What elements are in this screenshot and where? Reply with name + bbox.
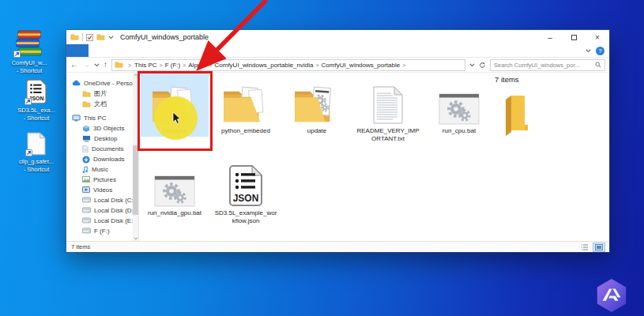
ai-watermark-logo (593, 277, 630, 314)
sidebar-item[interactable]: 图片 (66, 88, 138, 99)
json-icon: JSON (228, 164, 263, 207)
file-label: README_VERY_IMPORTANT.txt (356, 127, 420, 143)
file-row: run_nvidia_gpu.bat JSON SD3.5L_example_w… (141, 156, 280, 227)
ribbon-tab[interactable] (66, 44, 89, 57)
window-title: ComfyUI_windows_portable (120, 33, 209, 41)
cloud-icon (72, 80, 81, 86)
file-item[interactable]: update (283, 73, 351, 137)
status-bar: 7 items (66, 241, 609, 252)
shortcut-arrow-icon (25, 149, 32, 156)
disk-icon (82, 197, 91, 203)
sidebar-item[interactable]: Videos (66, 185, 138, 195)
breadcrumb-item[interactable]: F (F:) > (165, 62, 189, 69)
breadcrumb-item[interactable]: ComfyUI_windows_portable_nvidia > (215, 62, 322, 69)
ribbon-tab[interactable] (123, 44, 141, 57)
breadcrumb: This PC > F (F:) > Alpure > ComfyUI_wind… (134, 62, 408, 69)
txt-icon (372, 85, 404, 125)
up-button[interactable]: ↑ (104, 61, 107, 69)
bat-icon (154, 175, 195, 207)
cube-icon (82, 125, 90, 133)
sidebar-item[interactable]: Pictures (66, 175, 138, 185)
folder-gear-icon (292, 84, 341, 125)
sidebar-scrollbar-thumb[interactable] (133, 145, 138, 215)
ribbon-tab[interactable] (106, 44, 123, 57)
sidebar-item[interactable]: 文档 (66, 99, 138, 109)
sidebar-item[interactable]: Music (66, 164, 138, 175)
file-label: update (307, 127, 326, 135)
sidebar-item[interactable]: Local Disk (D:) (66, 205, 138, 216)
sidebar-item[interactable]: Local Disk (E:) (66, 216, 138, 226)
customize-toolbar-chevron-icon[interactable] (108, 36, 114, 39)
pc-icon (72, 115, 81, 122)
disk-icon (82, 207, 91, 213)
sidebar-item[interactable]: F (F:) (66, 226, 138, 236)
file-label: SD3.5L_example_workflow.json (213, 209, 278, 225)
recent-locations-chevron-icon[interactable] (94, 63, 100, 66)
ribbon-tab[interactable] (89, 44, 106, 57)
video-icon (82, 186, 90, 193)
file-label: run_nvidia_gpu.bat (148, 209, 201, 217)
title-bar: ComfyUI_windows_portable – × (66, 30, 609, 44)
scroll-down-icon[interactable] (133, 237, 138, 240)
thumbnail-view-button[interactable] (593, 243, 604, 251)
sidebar-item[interactable]: Downloads (66, 154, 138, 164)
annotation-red-rectangle (137, 71, 213, 151)
sidebar-item[interactable]: OneDrive - Person (66, 78, 138, 88)
search-input[interactable]: Search ComfyUI_windows_por... (490, 59, 605, 71)
search-icon (595, 62, 601, 68)
maximize-button[interactable] (562, 30, 586, 44)
back-button[interactable]: ← (70, 61, 78, 69)
breadcrumb-item[interactable]: This PC > (134, 62, 165, 69)
address-bar[interactable]: > This PC > F (F:) > Alpure > ComfyUI_wi… (111, 59, 465, 71)
empty-folder-icon (499, 95, 531, 136)
desktop-shortcut[interactable]: ComfyUI_w...- Shortcut (5, 28, 54, 75)
help-button[interactable]: ? (596, 47, 604, 55)
breadcrumb-item[interactable]: Alpure > (188, 62, 214, 69)
svg-text:JSON: JSON (233, 193, 259, 204)
breadcrumb-item[interactable]: ComfyUI_windows_portable > (322, 62, 409, 69)
sidebar-item[interactable]: 3D Objects (66, 123, 138, 134)
disk-icon (82, 217, 91, 224)
file-item[interactable]: run_nvidia_gpu.bat (141, 156, 209, 219)
minimize-ribbon-chevron-icon[interactable] (586, 49, 591, 52)
sidebar-item[interactable]: Local Disk (C:) (66, 195, 138, 205)
folder-s-icon (82, 100, 91, 107)
disk-icon (82, 228, 91, 234)
navigation-pane: OneDrive - Person 图片 文档 This PC 3D Objec… (66, 73, 139, 241)
file-label: run_cpu.bat (443, 127, 476, 135)
maximize-icon (571, 35, 577, 40)
doc-s-icon (82, 145, 89, 153)
file-item[interactable]: run_cpu.bat (425, 73, 493, 137)
picture-icon (82, 176, 90, 182)
details-view-button[interactable] (579, 243, 590, 251)
file-item[interactable]: python_embeded (212, 73, 280, 137)
bat-icon (439, 93, 480, 125)
search-placeholder: Search ComfyUI_windows_por... (494, 62, 580, 69)
file-item[interactable]: JSON SD3.5L_example_workflow.json (212, 156, 280, 227)
new-folder-icon[interactable] (96, 33, 105, 40)
folder-s-icon (82, 90, 91, 97)
ribbon-tabs: ? (66, 44, 609, 58)
minimize-button[interactable]: – (538, 30, 562, 44)
desktop-shortcut-label: ComfyUI_w...- Shortcut (12, 59, 47, 75)
desktop-shortcut-label: clip_g.safet...- Shortcut (19, 158, 54, 174)
file-label: python_embeded (221, 127, 270, 135)
download-icon (82, 156, 90, 164)
desktop-shortcut[interactable]: JSON SD3.5L_exa...- Shortcut (12, 76, 61, 122)
sidebar-item[interactable]: Desktop (66, 134, 138, 144)
properties-icon[interactable] (86, 34, 93, 41)
close-button[interactable]: × (586, 30, 609, 44)
refresh-icon[interactable] (479, 62, 486, 69)
forward-button[interactable]: → (82, 61, 90, 69)
sidebar-item[interactable]: This PC (66, 113, 138, 123)
status-items-count: 7 items (71, 243, 90, 250)
desktop-icon (82, 135, 91, 142)
folder-icon (115, 61, 123, 68)
sidebar-item[interactable]: Documents (66, 144, 138, 154)
desktop: { "colors": { "accent_blue": "#2374cc", … (0, 0, 644, 316)
address-dropdown-chevron-icon[interactable] (469, 63, 475, 66)
desktop-shortcut[interactable]: clip_g.safet...- Shortcut (12, 127, 61, 174)
quick-access-toolbar (70, 33, 114, 41)
folder-docs-icon (221, 84, 270, 125)
file-item[interactable]: README_VERY_IMPORTANT.txt (354, 73, 422, 145)
